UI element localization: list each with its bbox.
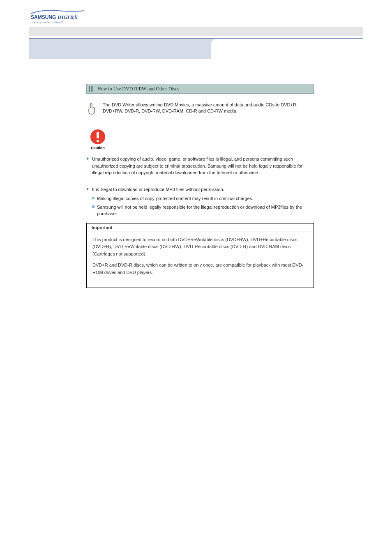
active-tab <box>211 39 363 59</box>
svg-text:everyone's invited™: everyone's invited™ <box>34 21 64 23</box>
important-body: This product is designed to record on bo… <box>87 232 314 288</box>
caution-block: Caution <box>86 129 109 150</box>
bottom-spacer <box>0 288 392 493</box>
square-bullet-icon <box>92 205 95 208</box>
main-content: How to Use DVD R/RW and Other Discs The … <box>29 59 363 288</box>
tip-text: The DVD Writer allows writing DVD Movies… <box>103 102 314 115</box>
sub-text-1: Making illegal copies of copy-protected … <box>97 195 253 202</box>
arrow-right-icon <box>86 187 90 192</box>
square-bullet-icon <box>92 197 95 199</box>
bullet-row-2: It is illegal to download or reproduce M… <box>86 186 314 193</box>
caution-icon <box>90 129 106 145</box>
heading-stripes-icon <box>89 86 93 92</box>
svg-text:DIGIT: DIGIT <box>57 14 73 20</box>
tab-bar <box>29 39 363 59</box>
sub-bullet-2: Samsung will not be held legally respons… <box>92 204 314 217</box>
tip-row: The DVD Writer allows writing DVD Movies… <box>86 102 314 116</box>
sub-text-2: Samsung will not be held legally respons… <box>97 204 314 217</box>
important-heading: Important <box>87 223 314 232</box>
svg-point-6 <box>97 140 99 142</box>
important-paragraph-2: DVD+R and DVD-R discs, which can be writ… <box>92 262 308 276</box>
svg-text:all: all <box>72 14 78 20</box>
svg-text:SAMSUNG: SAMSUNG <box>31 14 56 20</box>
important-box: Important This product is designed to re… <box>86 223 314 288</box>
important-paragraph-1: This product is designed to record on bo… <box>92 236 308 258</box>
samsung-digitall-logo: SAMSUNG DIGIT all everyone's invited™ <box>29 7 86 24</box>
logo-area: SAMSUNG DIGIT all everyone's invited™ <box>0 0 392 27</box>
sub-bullet-1: Making illegal copies of copy-protected … <box>92 195 314 202</box>
section-heading-bar: How to Use DVD R/RW and Other Discs <box>86 84 314 94</box>
section-title: How to Use DVD R/RW and Other Discs <box>97 86 179 92</box>
bullet-text-2: It is illegal to download or reproduce M… <box>92 186 224 193</box>
caution-label: Caution <box>91 146 105 150</box>
header-bar <box>29 27 363 36</box>
finger-point-icon <box>86 102 97 116</box>
bullet-row-1: Unauthorized copying of audio, video, ga… <box>86 156 314 176</box>
bullet-text-1: Unauthorized copying of audio, video, ga… <box>92 156 314 176</box>
divider-line <box>86 121 314 121</box>
svg-rect-5 <box>97 132 99 138</box>
arrow-right-icon <box>86 157 90 161</box>
